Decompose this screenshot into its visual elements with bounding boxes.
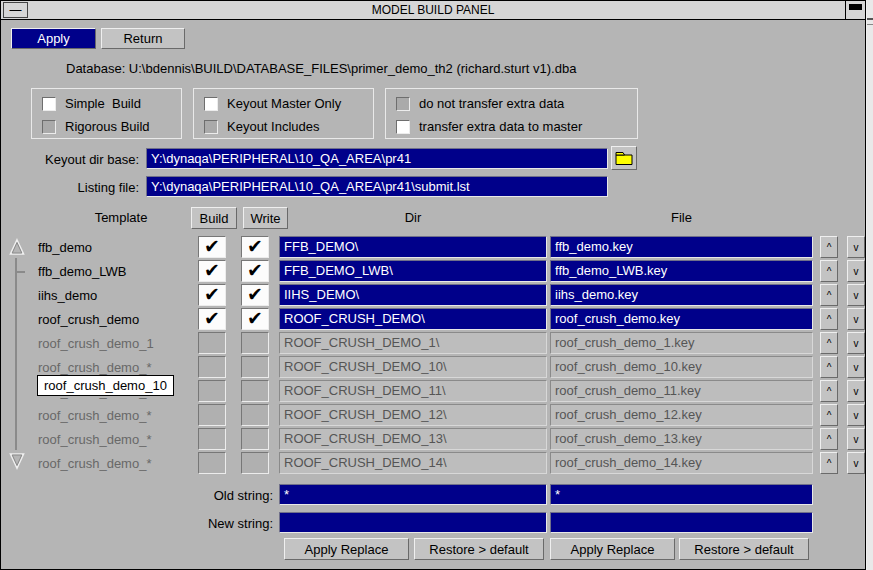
template-label[interactable]: ffb_demo_LWB [1, 260, 198, 282]
dir-field[interactable]: ROOF_CRUSH_DEMO_12\ [279, 404, 547, 426]
file-field[interactable]: roof_crush_demo.key [550, 308, 813, 330]
restore-default-file-button[interactable]: Restore > default [679, 538, 809, 560]
write-checkbox[interactable]: ✔ [241, 452, 269, 474]
file-field[interactable]: roof_crush_demo_1.key [550, 332, 813, 354]
move-up-button[interactable]: ^ [820, 404, 838, 426]
browse-folder-button[interactable] [611, 146, 637, 170]
dir-field[interactable]: IIHS_DEMO\ [279, 284, 547, 306]
dir-field[interactable]: ROOF_CRUSH_DEMO_11\ [279, 380, 547, 402]
move-up-button[interactable]: ^ [820, 356, 838, 378]
new-string-label: New string: [161, 516, 273, 531]
old-string-file-input[interactable]: * [550, 484, 813, 505]
write-checkbox[interactable]: ✔ [241, 356, 269, 378]
move-up-button[interactable]: ^ [820, 332, 838, 354]
apply-replace-file-button[interactable]: Apply Replace [550, 538, 675, 560]
old-string-dir-input[interactable]: * [279, 484, 547, 505]
build-header-button[interactable]: Build [191, 207, 237, 229]
move-down-button[interactable]: v [847, 380, 865, 402]
title-bar[interactable]: — MODEL BUILD PANEL [1, 1, 865, 20]
build-checkbox[interactable]: ✔ [198, 356, 226, 378]
dir-field[interactable]: FFB_DEMO\ [279, 236, 547, 258]
header-file: File [550, 210, 813, 225]
move-down-button[interactable]: v [847, 260, 865, 282]
option-simple-build[interactable]: Simple Build [42, 96, 141, 111]
build-checkbox[interactable]: ✔ [198, 284, 226, 306]
move-down-button[interactable]: v [847, 404, 865, 426]
checkbox-icon[interactable] [396, 97, 410, 111]
file-field[interactable]: roof_crush_demo_10.key [550, 356, 813, 378]
file-field[interactable]: ffb_demo.key [550, 236, 813, 258]
build-checkbox[interactable]: ✔ [198, 452, 226, 474]
option-keyout-includes[interactable]: Keyout Includes [204, 119, 320, 134]
file-field[interactable]: roof_crush_demo_14.key [550, 452, 813, 474]
dir-field[interactable]: ROOF_CRUSH_DEMO_1\ [279, 332, 547, 354]
build-checkbox[interactable]: ✔ [198, 380, 226, 402]
move-down-button[interactable]: v [847, 428, 865, 450]
move-up-button[interactable]: ^ [820, 452, 838, 474]
checkbox-icon[interactable] [42, 120, 56, 134]
apply-replace-dir-button[interactable]: Apply Replace [284, 538, 409, 560]
write-checkbox[interactable]: ✔ [241, 260, 269, 282]
build-checkbox[interactable]: ✔ [198, 260, 226, 282]
move-down-button[interactable]: v [847, 308, 865, 330]
checkbox-icon[interactable] [396, 120, 410, 134]
checkbox-icon[interactable] [204, 120, 218, 134]
template-label[interactable]: roof_crush_demo_1 [1, 332, 198, 354]
write-checkbox[interactable]: ✔ [241, 428, 269, 450]
write-checkbox[interactable]: ✔ [241, 308, 269, 330]
write-checkbox[interactable]: ✔ [241, 380, 269, 402]
file-field[interactable]: iihs_demo.key [550, 284, 813, 306]
restore-default-dir-button[interactable]: Restore > default [414, 538, 544, 560]
option-keyout-master-only[interactable]: Keyout Master Only [204, 96, 341, 111]
move-up-button[interactable]: ^ [820, 380, 838, 402]
window-maximize-button[interactable] [845, 1, 865, 19]
dir-field[interactable]: ROOF_CRUSH_DEMO_14\ [279, 452, 547, 474]
write-checkbox[interactable]: ✔ [241, 332, 269, 354]
move-down-button[interactable]: v [847, 284, 865, 306]
template-label[interactable]: roof_crush_demo_* [1, 452, 198, 474]
option-no-transfer-extra[interactable]: do not transfer extra data [396, 96, 564, 111]
keyout-dir-input[interactable]: Y:\dynaqa\PERIPHERAL\10_QA_AREA\pr41 [146, 148, 608, 169]
build-checkbox[interactable]: ✔ [198, 236, 226, 258]
template-label[interactable]: ffb_demo [1, 236, 198, 258]
dir-field[interactable]: ROOF_CRUSH_DEMO_13\ [279, 428, 547, 450]
build-checkbox[interactable]: ✔ [198, 308, 226, 330]
write-checkbox[interactable]: ✔ [241, 236, 269, 258]
build-checkbox[interactable]: ✔ [198, 404, 226, 426]
new-string-file-input[interactable] [550, 512, 813, 533]
move-down-button[interactable]: v [847, 452, 865, 474]
move-up-button[interactable]: ^ [820, 260, 838, 282]
option-transfer-to-master[interactable]: transfer extra data to master [396, 119, 582, 134]
build-checkbox[interactable]: ✔ [198, 332, 226, 354]
move-down-button[interactable]: v [847, 332, 865, 354]
move-up-button[interactable]: ^ [820, 308, 838, 330]
file-field[interactable]: ffb_demo_LWB.key [550, 260, 813, 282]
move-up-button[interactable]: ^ [820, 236, 838, 258]
write-checkbox[interactable]: ✔ [241, 404, 269, 426]
template-label[interactable]: roof_crush_demo_* [1, 404, 198, 426]
checkbox-icon[interactable] [42, 97, 56, 111]
file-field[interactable]: roof_crush_demo_12.key [550, 404, 813, 426]
return-button[interactable]: Return [101, 28, 185, 49]
template-label[interactable]: roof_crush_demo_* [1, 428, 198, 450]
option-label: Simple Build [65, 96, 141, 111]
write-checkbox[interactable]: ✔ [241, 284, 269, 306]
move-up-button[interactable]: ^ [820, 428, 838, 450]
dir-field[interactable]: ROOF_CRUSH_DEMO\ [279, 308, 547, 330]
file-field[interactable]: roof_crush_demo_11.key [550, 380, 813, 402]
checkbox-icon[interactable] [204, 97, 218, 111]
template-label[interactable]: roof_crush_demo [1, 308, 198, 330]
listing-file-input[interactable]: Y:\dynaqa\PERIPHERAL\10_QA_AREA\pr41\sub… [146, 176, 608, 197]
file-field[interactable]: roof_crush_demo_13.key [550, 428, 813, 450]
table-row: ffb_demo_LWB ✔ ✔ FFB_DEMO_LWB\ ffb_demo_… [1, 260, 867, 282]
apply-button[interactable]: Apply [11, 28, 96, 49]
build-checkbox[interactable]: ✔ [198, 428, 226, 450]
move-up-button[interactable]: ^ [820, 284, 838, 306]
move-down-button[interactable]: v [847, 236, 865, 258]
template-label[interactable]: iihs_demo [1, 284, 198, 306]
move-down-button[interactable]: v [847, 356, 865, 378]
dir-field[interactable]: ROOF_CRUSH_DEMO_10\ [279, 356, 547, 378]
option-rigorous-build[interactable]: Rigorous Build [42, 119, 150, 134]
new-string-dir-input[interactable] [279, 512, 547, 533]
dir-field[interactable]: FFB_DEMO_LWB\ [279, 260, 547, 282]
